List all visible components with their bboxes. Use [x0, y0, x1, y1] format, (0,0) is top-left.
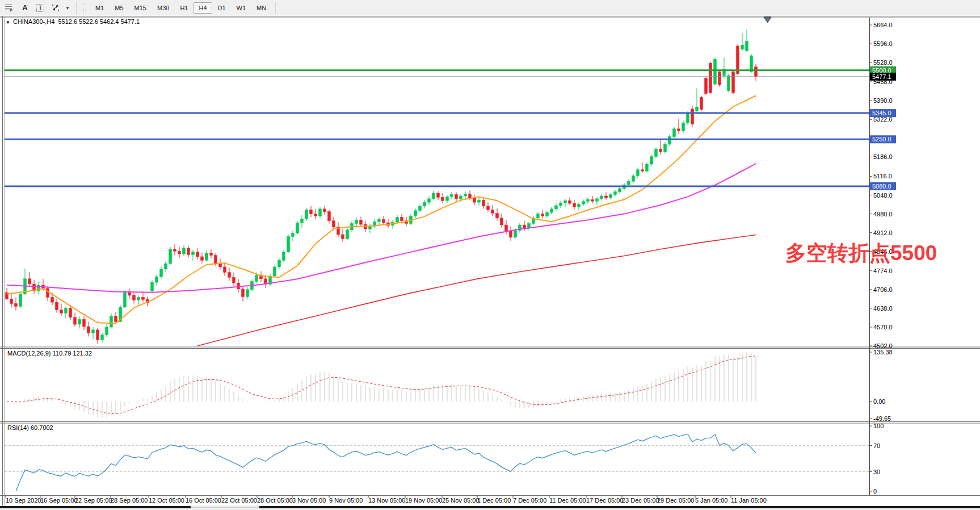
time-axis-label: 28 Oct 05:00 [257, 497, 293, 504]
macd-axis-label: 135.38 [873, 349, 893, 356]
time-axis-label: 3 Nov 05:00 [292, 497, 326, 504]
chart-symbol-period: CHINA300-,H4 [13, 18, 54, 25]
rsi-indicator-label: RSI(14) 60.7002 [7, 424, 53, 431]
timeframe-m15[interactable]: M15 [129, 2, 152, 14]
price-tick-label: 5390.0 [873, 97, 893, 104]
price-tick-label: 5116.0 [873, 173, 892, 179]
toolbar-drag-handle[interactable] [83, 3, 86, 13]
price-tick-label: 4706.0 [873, 286, 893, 293]
price-tick-label: 5186.0 [873, 153, 893, 160]
chart-dropdown-icon[interactable]: ▼ [6, 20, 10, 25]
svg-text:5345.0: 5345.0 [872, 110, 891, 116]
rsi-value: 60.7002 [31, 424, 53, 431]
toolbar: F A T ▾ M1M5M15M30H1H4D1W1MN [0, 0, 980, 15]
price-tick-label: 4980.0 [873, 211, 893, 218]
time-axis-label: 28 Sep 05:00 [111, 497, 148, 504]
bottom-window-edge [0, 506, 980, 508]
rsi-axis-label: 30 [873, 469, 880, 475]
rsi-axis-label: 0 [873, 488, 877, 495]
time-axis[interactable]: 10 Sep 202016 Sep 05:0022 Sep 05:0028 Se… [6, 496, 767, 504]
time-axis-label: 9 Nov 05:00 [329, 497, 363, 504]
macd-indicator-label: MACD(12,26,9) 110.79 121.32 [7, 350, 92, 357]
price-tick-label: 4912.0 [873, 229, 893, 236]
svg-text:5477.1: 5477.1 [872, 73, 891, 80]
time-axis-label: 19 Nov 05:00 [405, 497, 442, 504]
time-axis-label: 11 Jan 05:00 [731, 497, 767, 504]
rsi-axis-label: 70 [873, 442, 880, 449]
letter-a-icon: A [22, 3, 27, 12]
timeframe-mn[interactable]: MN [251, 2, 271, 14]
time-axis-label: 22 Sep 05:00 [75, 497, 112, 504]
arrow-objects-dropdown[interactable]: ▾ [64, 1, 72, 14]
rsi-axis-label: 100 [873, 423, 884, 429]
time-axis-label: 25 Nov 05:00 [442, 497, 479, 504]
time-axis-label: 16 Oct 05:00 [186, 497, 221, 504]
chevron-down-icon: ▾ [66, 5, 69, 11]
chart-ohlc-values: 5512.6 5522.6 5462.4 5477.1 [58, 18, 140, 25]
macd-values: 110.79 121.32 [52, 350, 92, 357]
time-axis-label: 13 Nov 05:00 [368, 497, 405, 504]
toolbar-separator [76, 2, 77, 14]
timeframe-m5[interactable]: M5 [110, 2, 128, 14]
timeframe-m1[interactable]: M1 [90, 2, 109, 14]
time-axis-label: 23 Dec 05:00 [622, 497, 659, 504]
time-axis-label: 12 Oct 05:00 [149, 497, 184, 504]
annotation-text: 多空转折点5500 [785, 239, 937, 267]
price-tick-label: 5528.0 [873, 59, 893, 66]
time-axis-label: 29 Dec 05:00 [657, 497, 694, 504]
arrow-objects-button[interactable] [49, 1, 62, 14]
timeframe-d1[interactable]: D1 [213, 2, 231, 14]
template-grid-icon: F [5, 3, 15, 12]
timeframe-m30[interactable]: M30 [152, 2, 174, 14]
price-tick-label: 4638.0 [873, 305, 893, 312]
timeframe-w1[interactable]: W1 [232, 2, 251, 14]
time-axis-label: 17 Dec 05:00 [586, 497, 623, 504]
chart-title: ▼CHINA300-,H4 5512.6 5522.6 5462.4 5477.… [6, 18, 140, 25]
price-tick-label: 5664.0 [873, 22, 893, 28]
timeframe-h4[interactable]: H4 [194, 2, 212, 14]
letter-t-icon: T [36, 4, 45, 12]
timeframe-h1[interactable]: H1 [175, 2, 193, 14]
arrows-icon [51, 3, 60, 12]
svg-text:F: F [10, 8, 12, 12]
time-axis-label: 16 Sep 05:00 [40, 497, 77, 504]
price-tick-label: 5596.0 [873, 40, 893, 47]
time-axis-label: 1 Dec 05:00 [477, 497, 511, 504]
template-profile-button[interactable]: F [3, 1, 16, 14]
time-axis-label: 7 Dec 05:00 [513, 497, 546, 504]
svg-text:5080.0: 5080.0 [872, 183, 891, 190]
macd-axis-label: -49.65 [873, 415, 891, 422]
svg-text:5250.0: 5250.0 [872, 136, 891, 143]
macd-axis-label: 0.00 [873, 398, 885, 405]
price-tick-label: 4774.0 [873, 267, 893, 274]
price-tick-label: 5048.0 [873, 192, 893, 199]
time-axis-label: 11 Dec 05:00 [549, 497, 586, 504]
time-axis-label: 10 Sep 2020 [6, 497, 41, 504]
toolbar-separator [275, 2, 276, 14]
text-label-button[interactable]: A [18, 1, 32, 14]
time-axis-label: 22 Oct 05:00 [221, 497, 257, 504]
text-box-button[interactable]: T [33, 1, 47, 14]
timeframe-group: M1M5M15M30H1H4D1W1MN [90, 2, 271, 14]
price-tick-label: 4570.0 [873, 324, 893, 331]
time-axis-label: 5 Jan 05:00 [695, 497, 728, 504]
